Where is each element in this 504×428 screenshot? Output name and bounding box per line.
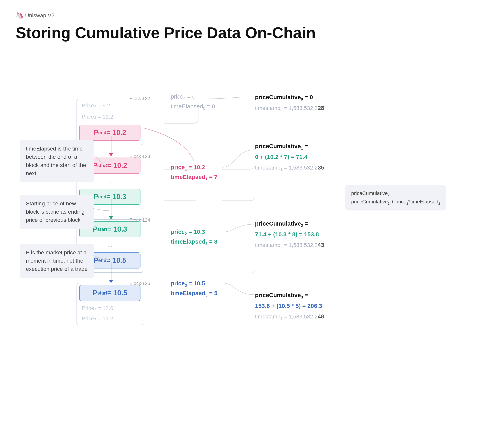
block-125-pstart: Pstart = 10.5 (79, 285, 140, 301)
price-label-2: price2 = 10.3 timeElapsed2 = 8 (171, 227, 217, 247)
block-125-label: Block 125 (129, 281, 150, 286)
annotation-timeelapsed: timeElapsed is the time between the end … (20, 140, 94, 182)
arrow-122-to-123 (109, 136, 113, 156)
cum-label-3: priceCumulative3 = 153.8 + (10.5 * 5) = … (255, 290, 324, 322)
block-123-label: Block 123 (129, 154, 150, 159)
price-label-3: price3 = 10.5 timeElapsed3 = 5 (171, 279, 217, 298)
arrow-124-to-125 (109, 263, 113, 283)
annotation-pmarket: P is the market price at a moment in tim… (20, 244, 94, 278)
arrow-123-to-124 (109, 199, 113, 220)
price-label-1: price1 = 10.2 timeElapsed1 = 7 (171, 163, 217, 182)
brand-name: Uniswap V2 (25, 12, 54, 19)
brand: 🦄 Uniswap V2 (16, 12, 488, 19)
cum-label-0: priceCumulative0 = 0 timestamp0 = 1,583,… (255, 92, 324, 113)
unicorn-icon: 🦄 (16, 12, 24, 19)
block-125-price2: Price₂ = 11.2 (77, 314, 143, 325)
block-122-price2: Price₂ = 11.2 (77, 112, 143, 123)
initial-labels: price0 = 0 timeElapsed0 = 0 (171, 92, 215, 112)
block-122-label: Block 122 (129, 96, 150, 101)
block-125-price1: Price₁ = 12.6 (77, 303, 143, 314)
cum-label-1: priceCumulative1 = 0 + (10.2 * 7) = 71.4… (255, 141, 324, 173)
block-124-label: Block 124 (129, 217, 150, 223)
annotation-startingprice: Starting price of new block is same as e… (20, 195, 94, 229)
cum-label-2: priceCumulative2 = 71.4 + (10.3 * 8) = 1… (255, 218, 324, 250)
pricecum-note-box: priceCumulative2 =priceCumulative1 + pri… (345, 185, 446, 210)
page-title: Storing Cumulative Price Data On-Chain (16, 24, 488, 42)
block-125: Pstart = 10.5 Price₁ = 12.6 Price₂ = 11.… (77, 283, 143, 325)
